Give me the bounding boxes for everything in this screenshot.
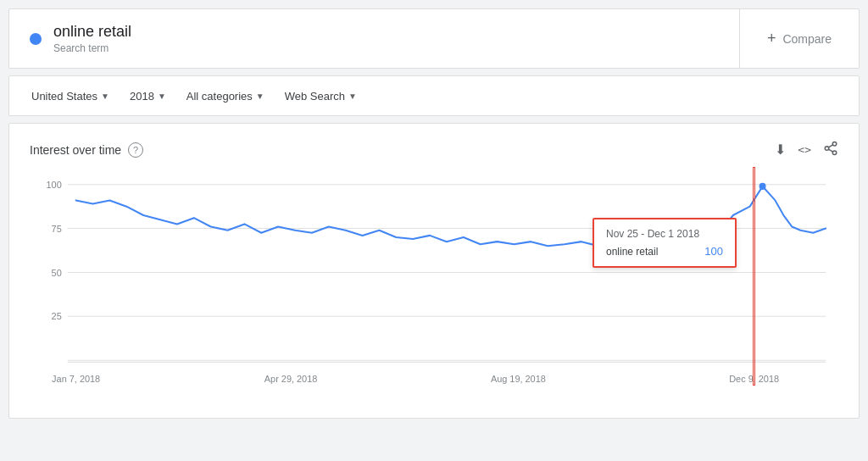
embed-icon[interactable]: <> [798, 143, 811, 156]
chart-actions: ⬇ <> [775, 141, 838, 158]
svg-text:25: 25 [52, 311, 62, 321]
download-icon[interactable]: ⬇ [775, 142, 786, 158]
svg-line-3 [828, 149, 832, 152]
compare-label: Compare [782, 32, 832, 46]
svg-line-4 [828, 145, 832, 147]
share-icon[interactable] [823, 141, 838, 158]
chart-header: Interest over time ? ⬇ <> [30, 141, 838, 158]
region-filter[interactable]: United States ▼ [23, 85, 118, 108]
categories-filter[interactable]: All categories ▼ [178, 85, 273, 108]
chart-container: 100 75 50 25 Jan 7, 2018 Apr 29, 2018 Au… [30, 167, 838, 404]
compare-section[interactable]: + Compare [740, 9, 859, 68]
search-type-label: Web Search [285, 90, 345, 103]
categories-chevron-icon: ▼ [256, 92, 264, 101]
chart-svg: 100 75 50 25 Jan 7, 2018 Apr 29, 2018 Au… [30, 167, 838, 404]
search-term-dot [30, 33, 42, 45]
year-filter[interactable]: 2018 ▼ [121, 85, 175, 108]
region-chevron-icon: ▼ [101, 92, 109, 101]
search-term-section: online retail Search term [9, 9, 740, 68]
compare-plus-icon: + [767, 30, 776, 47]
svg-point-19 [760, 183, 766, 190]
tooltip-vertical-line [753, 167, 755, 386]
svg-text:50: 50 [52, 267, 62, 277]
svg-text:100: 100 [47, 180, 62, 190]
year-label: 2018 [130, 90, 154, 103]
help-icon[interactable]: ? [128, 142, 143, 158]
svg-text:Apr 29, 2018: Apr 29, 2018 [264, 374, 318, 384]
svg-text:Aug 19, 2018: Aug 19, 2018 [491, 374, 546, 384]
chart-title: Interest over time [30, 143, 121, 157]
categories-label: All categories [186, 90, 253, 103]
svg-text:Jan 7, 2018: Jan 7, 2018 [52, 374, 100, 384]
search-type-filter[interactable]: Web Search ▼ [276, 85, 365, 108]
year-chevron-icon: ▼ [158, 92, 166, 101]
search-type-chevron-icon: ▼ [348, 92, 357, 101]
search-term-name: online retail [53, 23, 131, 41]
search-term-label: Search term [53, 42, 131, 54]
region-label: United States [31, 90, 97, 103]
filters-bar: United States ▼ 2018 ▼ All categories ▼ … [8, 75, 860, 116]
chart-title-area: Interest over time ? [30, 142, 143, 158]
chart-section: Interest over time ? ⬇ <> [8, 123, 860, 419]
svg-text:75: 75 [52, 224, 62, 234]
search-term-text: online retail Search term [53, 23, 131, 54]
top-bar: online retail Search term + Compare [8, 8, 860, 69]
